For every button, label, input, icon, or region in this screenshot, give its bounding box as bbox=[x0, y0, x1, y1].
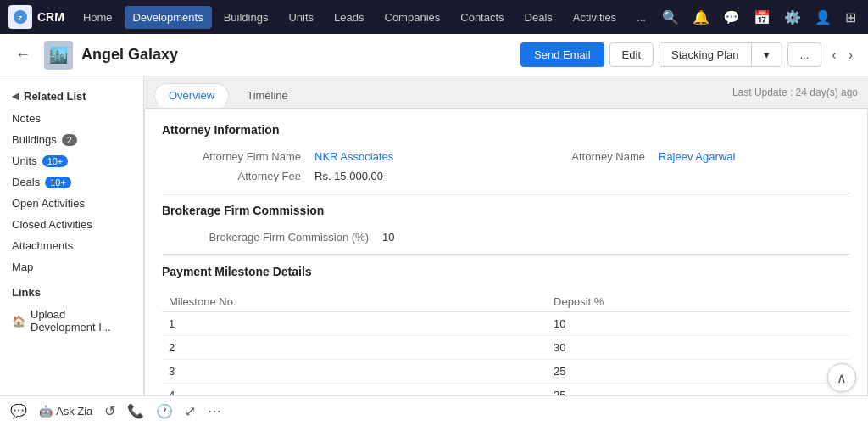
nav-right-icons: 🔍 🔔 💬 📅 ⚙️ 👤 ⊞ bbox=[659, 6, 860, 29]
logo-text: CRM bbox=[37, 10, 64, 24]
nav-buildings[interactable]: Buildings bbox=[215, 6, 277, 29]
expand-icon[interactable]: ⤢ bbox=[185, 403, 196, 419]
table-row: 1 10 bbox=[162, 312, 850, 336]
units-label: Units bbox=[12, 154, 37, 167]
svg-text:Z: Z bbox=[19, 14, 23, 22]
refresh-icon[interactable]: ↺ bbox=[104, 403, 115, 419]
tabs-bar: Overview Timeline Last Update : 24 day(s… bbox=[144, 76, 868, 109]
nav-leads[interactable]: Leads bbox=[326, 6, 372, 29]
grid-icon[interactable]: ⊞ bbox=[842, 6, 860, 29]
nav-units[interactable]: Units bbox=[280, 6, 322, 29]
table-row: 3 25 bbox=[162, 360, 850, 384]
content-area: Overview Timeline Last Update : 24 day(s… bbox=[144, 76, 868, 426]
top-navigation: Z CRM Home Developments Buildings Units … bbox=[0, 0, 868, 34]
attorney-name-field: Attorney Name Rajeev Agarwal bbox=[506, 150, 850, 163]
scroll-to-top-button[interactable]: ∧ bbox=[827, 363, 856, 392]
send-email-button[interactable]: Send Email bbox=[520, 42, 604, 67]
attorney-fee-value: Rs. 15,000.00 bbox=[314, 170, 383, 182]
page-title: Angel Galaxy bbox=[81, 46, 178, 64]
nav-more[interactable]: ... bbox=[628, 6, 654, 29]
links-section-title: Links bbox=[0, 277, 143, 304]
divider-1 bbox=[162, 193, 850, 193]
development-icon: 🏙️ bbox=[44, 41, 73, 70]
col-deposit: Deposit % bbox=[547, 292, 850, 312]
settings-icon[interactable]: ⚙️ bbox=[781, 6, 804, 29]
sidebar-item-closed-activities[interactable]: Closed Activities bbox=[0, 214, 143, 235]
sidebar-item-attachments[interactable]: Attachments bbox=[0, 235, 143, 256]
upload-label: Upload Development I... bbox=[31, 308, 131, 334]
sidebar-item-units[interactable]: Units 10+ bbox=[0, 150, 143, 171]
edit-button[interactable]: Edit bbox=[609, 42, 654, 67]
sidebar-item-buildings[interactable]: Buildings 2 bbox=[0, 129, 143, 150]
units-badge: 10+ bbox=[42, 155, 69, 167]
divider-2 bbox=[162, 254, 850, 255]
nav-developments[interactable]: Developments bbox=[125, 6, 212, 29]
milestone-no-cell: 1 bbox=[162, 312, 547, 336]
table-row: 2 30 bbox=[162, 336, 850, 360]
related-list-section[interactable]: ◀ Related List bbox=[0, 85, 143, 108]
chat-bottom-icon[interactable]: 💬 bbox=[10, 403, 27, 419]
brokerage-commission-value: 10 bbox=[382, 231, 394, 244]
more-bottom-icon[interactable]: ⋯ bbox=[208, 403, 221, 419]
logo[interactable]: Z CRM bbox=[8, 5, 64, 29]
page-header-bar: ← 🏙️ Angel Galaxy Send Email Edit Stacki… bbox=[0, 34, 868, 76]
map-label: Map bbox=[12, 261, 33, 273]
clock-icon[interactable]: 🕐 bbox=[156, 403, 173, 419]
content-card: Attorney Information Attorney Firm Name … bbox=[144, 109, 868, 426]
nav-activities[interactable]: Activities bbox=[565, 6, 625, 29]
stacking-plan-group: Stacking Plan ▾ bbox=[659, 42, 782, 67]
open-activities-label: Open Activities bbox=[12, 197, 85, 210]
sidebar-item-map[interactable]: Map bbox=[0, 256, 143, 277]
brokerage-section-title: Brokerage Firm Commission bbox=[162, 204, 850, 221]
zia-label: Ask Zia bbox=[56, 405, 92, 418]
search-icon[interactable]: 🔍 bbox=[659, 6, 682, 29]
attorney-fee-label: Attorney Fee bbox=[162, 170, 314, 182]
next-record-button[interactable]: › bbox=[843, 44, 858, 66]
chat-icon[interactable]: 💬 bbox=[720, 6, 743, 29]
nav-home[interactable]: Home bbox=[75, 6, 121, 29]
closed-activities-label: Closed Activities bbox=[12, 218, 92, 231]
more-options-button[interactable]: ... bbox=[787, 42, 822, 67]
last-update-text: Last Update : 24 day(s) ago bbox=[732, 87, 858, 105]
main-layout: ◀ Related List Notes Buildings 2 Units 1… bbox=[0, 76, 868, 426]
sidebar-link-upload[interactable]: 🏠 Upload Development I... bbox=[0, 304, 143, 338]
attorney-firm-label: Attorney Firm Name bbox=[162, 150, 314, 163]
attachments-label: Attachments bbox=[12, 239, 73, 252]
stacking-plan-dropdown[interactable]: ▾ bbox=[752, 43, 782, 66]
upload-icon: 🏠 bbox=[12, 315, 25, 328]
nav-deals[interactable]: Deals bbox=[516, 6, 561, 29]
navigation-arrows: ‹ › bbox=[826, 44, 858, 66]
attorney-name-value[interactable]: Rajeev Agarwal bbox=[659, 150, 735, 163]
phone-icon[interactable]: 📞 bbox=[127, 403, 144, 419]
stacking-plan-button[interactable]: Stacking Plan bbox=[659, 43, 752, 66]
logo-icon: Z bbox=[8, 5, 32, 29]
brokerage-commission-row: Brokerage Firm Commission (%) 10 bbox=[162, 231, 850, 244]
deposit-cell: 10 bbox=[547, 312, 850, 336]
sidebar-item-deals[interactable]: Deals 10+ bbox=[0, 171, 143, 193]
related-list-label: Related List bbox=[24, 90, 86, 103]
payment-section-title: Payment Milestone Details bbox=[162, 265, 850, 282]
calendar-icon[interactable]: 📅 bbox=[750, 6, 774, 29]
nav-contacts[interactable]: Contacts bbox=[452, 6, 512, 29]
tab-timeline[interactable]: Timeline bbox=[232, 83, 303, 108]
action-buttons: Send Email Edit Stacking Plan ▾ ... ‹ › bbox=[520, 42, 858, 67]
tab-overview[interactable]: Overview bbox=[154, 83, 229, 108]
sidebar-item-notes[interactable]: Notes bbox=[0, 108, 143, 129]
buildings-label: Buildings bbox=[12, 133, 57, 146]
sidebar: ◀ Related List Notes Buildings 2 Units 1… bbox=[0, 76, 144, 426]
prev-record-button[interactable]: ‹ bbox=[826, 44, 841, 66]
notes-label: Notes bbox=[12, 112, 41, 125]
attorney-firm-field: Attorney Firm Name NKR Associates bbox=[162, 150, 506, 163]
collapse-icon: ◀ bbox=[12, 91, 19, 102]
bell-icon[interactable]: 🔔 bbox=[689, 6, 713, 29]
nav-companies[interactable]: Companies bbox=[376, 6, 449, 29]
back-button[interactable]: ← bbox=[10, 42, 36, 67]
user-avatar[interactable]: 👤 bbox=[811, 6, 835, 29]
attorney-row-1: Attorney Firm Name NKR Associates Attorn… bbox=[162, 150, 850, 170]
sidebar-item-open-activities[interactable]: Open Activities bbox=[0, 193, 143, 214]
attorney-firm-value[interactable]: NKR Associates bbox=[314, 150, 393, 163]
deals-label: Deals bbox=[12, 176, 40, 188]
ask-zia-button[interactable]: 🤖 Ask Zia bbox=[39, 405, 92, 418]
brokerage-commission-label: Brokerage Firm Commission (%) bbox=[162, 231, 382, 244]
tabs-list: Overview Timeline bbox=[154, 83, 303, 108]
